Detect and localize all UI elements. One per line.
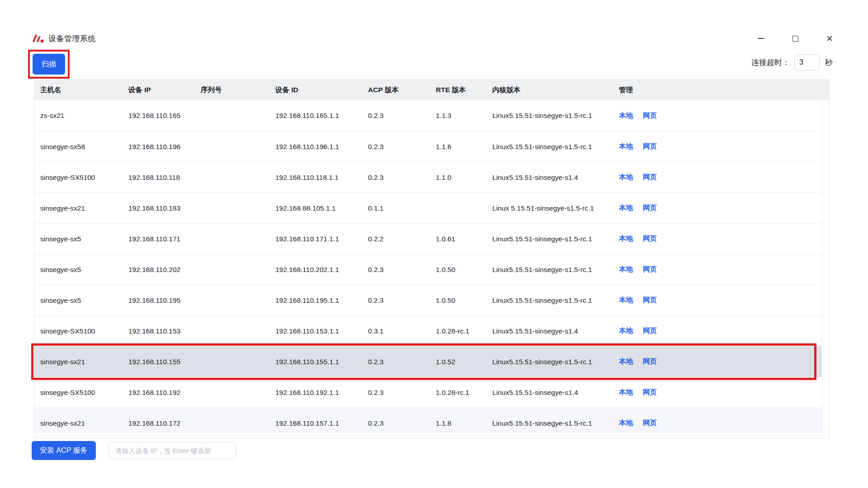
cell-device-id: 192.168.110.202.1.1 [269, 266, 362, 274]
cell-device-ip: 192.168.110.155 [123, 358, 195, 366]
table-row[interactable]: sinsegye-sx21 192.168.110.155 192.168.11… [34, 346, 829, 377]
web-link[interactable]: 网页 [643, 173, 657, 182]
cell-hostname: sinsegye-sx21 [34, 419, 123, 427]
cell-device-id: 192.168.110.171.1.1 [269, 235, 362, 243]
cell-manage: 本地 网页 [613, 418, 822, 428]
cell-kernel: Linux5.15.51-sinsegye-s1.4 [486, 174, 613, 182]
cell-device-ip: 192.168.110.171 [123, 235, 195, 243]
local-link[interactable]: 本地 [619, 418, 633, 428]
cell-manage: 本地 网页 [613, 265, 822, 274]
cell-manage: 本地 网页 [613, 296, 822, 305]
scan-button[interactable]: 扫描 [33, 54, 65, 75]
table-row[interactable]: sinsegye-sx58 192.168.110.196 192.168.11… [34, 131, 829, 162]
web-link[interactable]: 网页 [643, 357, 657, 366]
web-link[interactable]: 网页 [643, 388, 657, 397]
table-header-row: 主机名 设备 IP 序列号 设备 ID ACP 版本 RTE 版本 内核版本 管… [34, 80, 829, 100]
cell-rte-version: 1.0.52 [430, 358, 486, 366]
local-link[interactable]: 本地 [619, 142, 633, 151]
cell-kernel: Linux5.15.51-sinsegye-s1.5-rc.1 [486, 112, 613, 120]
minimize-icon [758, 38, 764, 39]
col-header-device-id: 设备 ID [269, 85, 362, 95]
horizontal-scrollbar[interactable] [34, 432, 829, 438]
table-row[interactable]: sinsegye-sx21 192.168.110.183 192.168.88… [34, 192, 829, 223]
web-link[interactable]: 网页 [643, 296, 657, 305]
col-header-serial: 序列号 [195, 85, 269, 95]
close-button[interactable]: ✕ [823, 33, 836, 44]
app-title: 设备管理系统 [48, 33, 96, 44]
cell-hostname: sinsegye-SX5100 [34, 389, 123, 397]
web-link[interactable]: 网页 [643, 203, 657, 213]
web-link[interactable]: 网页 [643, 111, 657, 121]
maximize-icon [793, 36, 798, 42]
cell-rte-version: 1.0.28-rc.1 [430, 327, 486, 335]
cell-device-id: 192.168.110.165.1.1 [269, 112, 362, 120]
device-manager-window: 设备管理系统 ✕ 扫描 连接超时： 秒 主机名 设备 IP 序列号 设备 ID … [0, 0, 868, 488]
cell-rte-version: 1.1.0 [430, 174, 486, 182]
minimize-button[interactable] [754, 33, 768, 44]
local-link[interactable]: 本地 [619, 388, 633, 397]
local-link[interactable]: 本地 [619, 296, 633, 305]
web-link[interactable]: 网页 [643, 326, 657, 336]
cell-manage: 本地 网页 [613, 142, 822, 151]
table-row[interactable]: sinsegye-sx5 192.168.110.202 192.168.110… [34, 254, 829, 285]
cell-device-ip: 192.168.110.172 [123, 419, 195, 427]
timeout-label: 连接超时： [751, 57, 790, 68]
web-link[interactable]: 网页 [643, 142, 657, 151]
local-link[interactable]: 本地 [619, 173, 633, 182]
cell-kernel: Linux5.15.51-sinsegye-s1.5-rc.1 [486, 358, 613, 366]
timeout-input[interactable] [794, 54, 820, 70]
table-row[interactable]: sinsegye-SX5100 192.168.110.153 192.168.… [34, 315, 829, 346]
maximize-button[interactable] [788, 33, 802, 44]
table-row[interactable]: sinsegye-SX5100 192.168.110.118 192.168.… [34, 162, 829, 192]
cell-manage: 本地 网页 [613, 234, 822, 244]
cell-kernel: Linux5.15.51-sinsegye-s1.5-rc.1 [486, 296, 613, 305]
cell-manage: 本地 网页 [613, 357, 822, 366]
local-link[interactable]: 本地 [619, 234, 633, 244]
cell-hostname: sinsegye-sx58 [34, 143, 123, 151]
local-link[interactable]: 本地 [619, 326, 633, 336]
cell-device-id: 192.168.110.157.1.1 [269, 419, 362, 427]
vertical-scrollbar[interactable] [821, 100, 829, 432]
install-acp-button[interactable]: 安装 ACP 服务 [32, 441, 96, 460]
cell-kernel: Linux 5.15.51-sinsegye-s1.5-rc.1 [486, 204, 613, 212]
cell-hostname: sinsegye-SX5100 [34, 174, 123, 182]
table-row[interactable]: sinsegye-SX5100 192.168.110.192 192.168.… [34, 377, 829, 408]
cell-hostname: sinsegye-sx21 [34, 204, 123, 212]
app-logo-icon [32, 34, 44, 43]
cell-acp-version: 0.2.3 [362, 143, 430, 151]
device-ip-input[interactable] [108, 442, 236, 459]
cell-device-id: 192.168.110.155.1.1 [269, 358, 362, 366]
cell-rte-version: 1.1.8 [430, 419, 486, 427]
cell-kernel: Linux5.15.51-sinsegye-s1.5-rc.1 [486, 235, 613, 243]
web-link[interactable]: 网页 [643, 418, 657, 428]
table-row[interactable]: sinsegye-sx5 192.168.110.195 192.168.110… [34, 285, 829, 315]
cell-acp-version: 0.2.3 [362, 174, 430, 182]
cell-device-ip: 192.168.110.196 [123, 143, 195, 151]
cell-manage: 本地 网页 [613, 173, 822, 182]
cell-device-ip: 192.168.110.192 [123, 389, 195, 397]
cell-kernel: Linux5.15.51-sinsegye-s1.5-rc.1 [486, 419, 613, 427]
local-link[interactable]: 本地 [619, 357, 633, 366]
web-link[interactable]: 网页 [643, 265, 657, 274]
col-header-manage: 管理 [613, 85, 822, 95]
col-header-hostname: 主机名 [34, 85, 123, 95]
local-link[interactable]: 本地 [619, 203, 633, 213]
col-header-kernel: 内核版本 [486, 85, 613, 95]
cell-device-ip: 192.168.110.118 [123, 174, 195, 182]
cell-device-ip: 192.168.110.183 [123, 204, 195, 212]
table-body: zs-sx21 192.168.110.165 192.168.110.165.… [34, 100, 829, 438]
cell-rte-version: 1.0.50 [430, 296, 486, 305]
cell-device-id: 192.168.110.118.1.1 [269, 174, 362, 182]
local-link[interactable]: 本地 [619, 111, 633, 121]
cell-acp-version: 0.2.3 [362, 112, 430, 120]
cell-hostname: sinsegye-SX5100 [34, 327, 123, 335]
cell-rte-version: 1.1.6 [430, 143, 486, 151]
cell-hostname: sinsegye-sx5 [34, 296, 123, 305]
cell-device-id: 192.168.110.195.1.1 [269, 296, 362, 305]
table-row[interactable]: zs-sx21 192.168.110.165 192.168.110.165.… [34, 100, 829, 131]
cell-hostname: zs-sx21 [34, 112, 123, 120]
cell-device-ip: 192.168.110.153 [123, 327, 195, 335]
web-link[interactable]: 网页 [643, 234, 657, 244]
table-row[interactable]: sinsegye-sx5 192.168.110.171 192.168.110… [34, 223, 829, 254]
local-link[interactable]: 本地 [619, 265, 633, 274]
